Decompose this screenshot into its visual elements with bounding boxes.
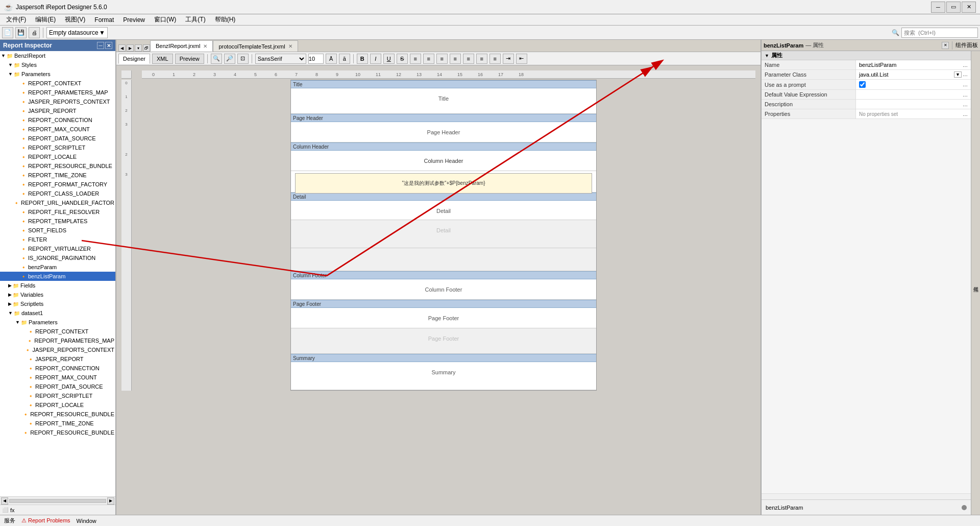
restore-button[interactable]: ▭ [946,2,961,13]
bot-align-btn[interactable]: ≡ [489,54,501,64]
zoom-fit-btn[interactable]: ⊡ [237,54,249,64]
page-header-band[interactable]: Page Header [291,122,596,142]
new-button[interactable]: 📄 [2,27,13,38]
column-footer-band[interactable]: Column Footer [291,279,596,300]
tree-node-ds_report_context[interactable]: 🔸REPORT_CONTEXT [0,327,115,336]
menu-item-f[interactable]: 文件(F) [2,14,30,25]
outdent-btn[interactable]: ⇤ [516,54,527,64]
tree-node-is_ignore_pagination[interactable]: 🔸IS_IGNORE_PAGINATION [0,253,115,262]
menu-item-format[interactable]: Format [90,15,118,25]
tree-node-scriptlets[interactable]: ▶📁Scriptlets [0,299,115,308]
status-problems[interactable]: ⚠ Report Problems [21,517,70,524]
tree-node-report_format_factory[interactable]: 🔸REPORT_FORMAT_FACTORY [0,180,115,189]
expand-icon-styles[interactable]: ▼ [8,62,13,67]
col-footer-content[interactable]: Column Footer [291,279,596,300]
tree-node-benzListParam[interactable]: 🔸benzListParam [0,272,115,281]
tree-node-benzParam[interactable]: 🔸benzParam [0,262,115,272]
tab-list-btn[interactable]: ▾ [135,44,142,52]
zoom-in-btn[interactable]: 🔍 [211,54,222,64]
tree-node-parameters[interactable]: ▼📁Parameters [0,69,115,79]
tab-next-btn[interactable]: ▶ [127,44,134,52]
expand-icon-ds_parameters[interactable]: ▼ [15,320,20,325]
strikethrough-btn[interactable]: S [397,54,408,64]
tab-close-1[interactable]: ✕ [288,43,292,49]
designer-tab-btn[interactable]: Designer [118,54,150,64]
char-up-btn[interactable]: Ā [326,54,337,64]
tree-node-ds_report_params_map[interactable]: 🔸REPORT_PARAMETERS_MAP [0,336,115,345]
canvas-container[interactable]: 0 1 2 3 4 5 6 7 8 9 10 11 12 13 14 15 16 [116,65,761,515]
summary-band[interactable]: Summary [291,362,596,390]
top-align-btn[interactable]: ≡ [463,54,474,64]
expand-icon-parameters[interactable]: ▼ [8,71,13,77]
tree-node-report_virtualizer[interactable]: 🔸REPORT_VIRTUALIZER [0,244,115,253]
minimize-button[interactable]: ─ [931,2,945,13]
tree-node-ds_report_resource_bundle[interactable]: 🔸REPORT_RESOURCE_BUNDLE [0,410,115,419]
tree-node-ds_jasper_reports_ctx[interactable]: 🔸JASPER_REPORTS_CONTEXT [0,345,115,354]
preview-tab-btn[interactable]: Preview [175,54,204,64]
tree-node-report_templates[interactable]: 🔸REPORT_TEMPLATES [0,217,115,226]
char-dn-btn[interactable]: ā [339,54,350,64]
inspector-minimize-btn[interactable]: ─ [97,42,104,49]
tree-node-jasper_report[interactable]: 🔸JASPER_REPORT [0,106,115,115]
tree-node-dataset1[interactable]: ▼📁dataset1 [0,308,115,318]
indent-btn[interactable]: ⇥ [503,54,514,64]
tree-node-ds_report_time_zone[interactable]: 🔸REPORT_TIME_ZONE [0,419,115,428]
tree-node-sort_fields[interactable]: 🔸SORT_FIELDS [0,226,115,235]
tree-node-ds_jasper_report[interactable]: 🔸JASPER_REPORT [0,354,115,364]
page-footer-content[interactable]: Page Footer [291,308,596,328]
xml-tab-btn[interactable]: XML [152,54,173,64]
tab-close-0[interactable]: ✕ [203,43,207,49]
detail-band-content[interactable]: Detail [291,201,596,221]
tab-prev-btn[interactable]: ◀ [118,44,126,52]
tree-node-ds_report_scriptlet[interactable]: 🔸REPORT_SCRIPTLET [0,391,115,400]
expand-icon-dataset1[interactable]: ▼ [8,310,13,316]
detail-band[interactable]: Detail [291,201,596,220]
prop-prompt-checkbox[interactable] [859,81,866,88]
mid-align-btn[interactable]: ≡ [476,54,487,64]
expand-icon-fields[interactable]: ▶ [8,283,12,288]
tree-node-report_locale[interactable]: 🔸REPORT_LOCALE [0,152,115,161]
tree-node-report_url_handler[interactable]: 🔸REPORT_URL_HANDLER_FACTOR [0,198,115,207]
prop-scrollbar[interactable] [762,493,971,499]
close-button[interactable]: ✕ [962,2,976,13]
search-input[interactable] [901,28,978,38]
prop-expand-icon[interactable]: ▼ [765,53,769,58]
detail-expr-content[interactable]: "这是我的测试参数"+$P{benzParam} [295,173,592,194]
menu-item-h[interactable]: 帮助(H) [211,14,240,25]
tree-node-variables[interactable]: ▶📁Variables [0,290,115,299]
menu-item-t[interactable]: 工具(T) [181,14,209,25]
font-selector[interactable]: SansSerif [255,54,306,64]
column-header-content[interactable]: Column Header [291,151,596,171]
tree-node-ds_report_resource_bundle2[interactable]: 🔸REPORT_RESOURCE_BUNDLE [0,428,115,437]
prop-prompt-edit-btn[interactable]: … [963,82,968,87]
tree-node-report_time_zone[interactable]: 🔸REPORT_TIME_ZONE [0,171,115,180]
expand-icon-scriptlets[interactable]: ▶ [8,301,12,306]
tree-node-report_params_map[interactable]: 🔸REPORT_PARAMETERS_MAP [0,88,115,97]
tab-0[interactable]: BenzIReport.jrxml✕ [150,40,213,52]
menu-item-e[interactable]: 编辑(E) [31,14,60,25]
underline-btn[interactable]: U [383,54,395,64]
prop-class-edit-btn[interactable]: … [963,71,968,78]
detail-expr-band[interactable]: "这是我的测试参数"+$P{benzParam} [291,173,596,193]
tree-node-report_class_loader[interactable]: 🔸REPORT_CLASS_LOADER [0,189,115,198]
menu-item-preview[interactable]: Preview [119,15,149,25]
bold-btn[interactable]: B [357,54,368,64]
align-justify-btn[interactable]: ≡ [450,54,461,64]
scrollbar-track[interactable] [9,499,106,503]
tree-node-report_file_resolver[interactable]: 🔸REPORT_FILE_RESOLVER [0,207,115,217]
print-button[interactable]: 🖨 [29,27,40,38]
menu-item-v[interactable]: 视图(V) [61,14,89,25]
zoom-out-btn[interactable]: 🔎 [224,54,235,64]
align-center-btn[interactable]: ≡ [423,54,434,64]
prop-default-edit-btn[interactable]: … [963,92,968,98]
tab-window-btn[interactable]: 🗗 [143,44,150,52]
tree-node-ds_report_max_count[interactable]: 🔸REPORT_MAX_COUNT [0,373,115,382]
prop-class-dropdown-btn[interactable]: ▼ [954,71,962,78]
title-band[interactable]: Title [291,88,596,114]
tree-node-report_scriptlet[interactable]: 🔸REPORT_SCRIPTLET [0,143,115,152]
prop-props-edit-btn[interactable]: … [963,111,968,117]
scroll-left-btn[interactable]: ◀ [1,497,8,505]
side-tab-vertical[interactable]: 属性 [971,51,980,515]
tree-node-report_resource_bundle[interactable]: 🔸REPORT_RESOURCE_BUNDLE [0,161,115,171]
tree-root[interactable]: ▼📁BenzIReport [0,51,115,60]
